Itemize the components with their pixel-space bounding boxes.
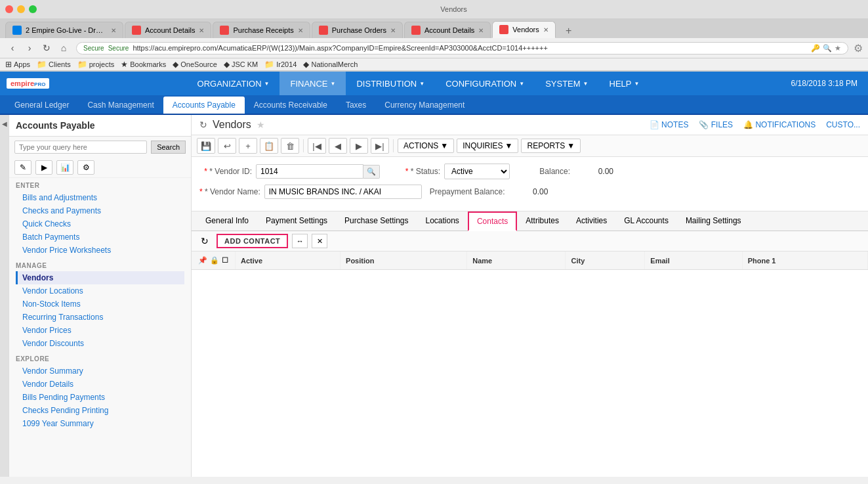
col-email-header[interactable]: Email xyxy=(645,252,742,270)
subnav-cash-management[interactable]: Cash Management xyxy=(78,97,163,114)
tab-attributes[interactable]: Attributes xyxy=(517,211,568,231)
nav-configuration[interactable]: CONFIGURATION ▼ xyxy=(435,72,535,95)
subnav-taxes[interactable]: Taxes xyxy=(337,97,375,114)
traffic-lights[interactable] xyxy=(5,5,37,13)
reports-dropdown[interactable]: REPORTS ▼ xyxy=(521,139,581,153)
tab-mailing-settings[interactable]: Mailing Settings xyxy=(677,211,750,231)
maximize-window-btn[interactable] xyxy=(29,5,37,13)
inquiries-dropdown[interactable]: INQUIRIES ▼ xyxy=(457,139,518,153)
url-bar[interactable]: Secure Secure https://acu.empirepro.com/… xyxy=(76,42,848,55)
sidebar-link-vendor-discounts[interactable]: Vendor Discounts xyxy=(16,337,184,350)
nav-system[interactable]: SYSTEM ▼ xyxy=(535,72,598,95)
sidebar-link-checks[interactable]: Checks and Payments xyxy=(16,204,184,217)
sidebar-gear-btn[interactable]: ⚙ xyxy=(77,160,94,175)
customize-btn[interactable]: CUSTO... xyxy=(826,120,860,129)
tab-payment-settings[interactable]: Payment Settings xyxy=(257,211,336,231)
sidebar-link-non-stock[interactable]: Non-Stock Items xyxy=(16,297,184,311)
add-row-btn[interactable]: + xyxy=(239,138,257,154)
sidebar-play-btn[interactable]: ▶ xyxy=(35,160,52,175)
sidebar-link-bills-pending[interactable]: Bills Pending Payments xyxy=(16,391,184,404)
subnav-general-ledger[interactable]: General Ledger xyxy=(5,97,78,114)
tab-dropbox-close[interactable]: ✕ xyxy=(111,27,116,34)
vendor-id-search-btn[interactable]: 🔍 xyxy=(363,165,380,179)
tab-purchase-settings[interactable]: Purchase Settings xyxy=(336,211,417,231)
nav-distribution[interactable]: DISTRIBUTION ▼ xyxy=(346,72,435,95)
tab-purchase-receipts-close[interactable]: ✕ xyxy=(298,27,303,34)
sidebar-link-vendor-worksheets[interactable]: Vendor Price Worksheets xyxy=(16,244,184,257)
sidebar-link-vendor-locations[interactable]: Vendor Locations xyxy=(16,284,184,297)
sidebar-collapse-btn[interactable]: ◀ xyxy=(0,115,9,477)
tab-locations[interactable]: Locations xyxy=(417,211,468,231)
grid-ctrl-checkbox[interactable]: ☐ xyxy=(222,256,228,265)
minimize-window-btn[interactable] xyxy=(17,5,25,13)
tab-purchase-receipts[interactable]: Purchase Receipts ✕ xyxy=(213,22,310,38)
nav-help[interactable]: HELP ▼ xyxy=(599,72,650,95)
tab-purchase-orders-close[interactable]: ✕ xyxy=(390,27,396,34)
tab-activities[interactable]: Activities xyxy=(568,211,615,231)
favorite-star-btn[interactable]: ★ xyxy=(257,120,265,130)
tab-gl-accounts[interactable]: GL Accounts xyxy=(615,211,677,231)
bookmark-clients[interactable]: 📁 Clients xyxy=(37,60,71,69)
vendor-name-input[interactable] xyxy=(264,185,422,199)
add-contact-btn[interactable]: ADD CONTACT xyxy=(217,234,288,248)
tab-contacts[interactable]: Contacts xyxy=(468,211,517,231)
reload-btn[interactable]: ↻ xyxy=(39,41,54,55)
col-position-header[interactable]: Position xyxy=(341,252,467,270)
prev-btn[interactable]: ◀ xyxy=(329,138,347,154)
sidebar-link-batch[interactable]: Batch Payments xyxy=(16,231,184,244)
tab-account-details-1[interactable]: Account Details ✕ xyxy=(125,22,211,38)
delete-btn[interactable]: 🗑 xyxy=(281,138,299,154)
subnav-currency-management[interactable]: Currency Management xyxy=(375,97,474,114)
sidebar-link-vendor-details[interactable]: Vendor Details xyxy=(16,378,184,391)
sidebar-search-btn[interactable]: Search xyxy=(151,141,186,154)
sidebar-link-1099[interactable]: 1099 Year Summary xyxy=(16,417,184,430)
next-btn[interactable]: ▶ xyxy=(350,138,368,154)
tab-vendors[interactable]: Vendors ✕ xyxy=(492,21,555,38)
status-select[interactable]: Active Inactive Hold xyxy=(444,164,510,179)
first-btn[interactable]: |◀ xyxy=(308,138,326,154)
col-city-header[interactable]: City xyxy=(566,252,645,270)
tab-account-2-close[interactable]: ✕ xyxy=(478,27,484,34)
notifications-btn[interactable]: 🔔 NOTIFICATIONS xyxy=(743,120,816,129)
actions-dropdown[interactable]: ACTIONS ▼ xyxy=(398,139,454,153)
files-btn[interactable]: 📎 FILES xyxy=(699,120,733,129)
col-phone1-header[interactable]: Phone 1 xyxy=(742,252,867,270)
bookmark-nationalmerch[interactable]: ◆ NationalMerch xyxy=(303,60,358,69)
sidebar-link-vendor-summary[interactable]: Vendor Summary xyxy=(16,364,184,378)
tab-account-details-2[interactable]: Account Details ✕ xyxy=(404,22,491,38)
sidebar-link-bills[interactable]: Bills and Adjustments xyxy=(16,191,184,204)
notes-btn[interactable]: 📄 NOTES xyxy=(650,120,689,129)
sidebar-link-checks-pending[interactable]: Checks Pending Printing xyxy=(16,404,184,417)
extensions-btn[interactable]: ⚙ xyxy=(854,42,863,55)
page-refresh-icon[interactable]: ↻ xyxy=(199,120,207,130)
last-btn[interactable]: ▶| xyxy=(371,138,389,154)
sidebar-link-vendors[interactable]: Vendors xyxy=(16,271,184,284)
contacts-refresh-btn[interactable]: ↻ xyxy=(197,234,213,248)
tab-account-1-close[interactable]: ✕ xyxy=(199,27,204,34)
sidebar-link-recurring[interactable]: Recurring Transactions xyxy=(16,311,184,324)
nav-finance[interactable]: FINANCE ▼ xyxy=(279,72,346,95)
subnav-accounts-receivable[interactable]: Accounts Receivable xyxy=(245,97,337,114)
delete-rows-btn[interactable]: ✕ xyxy=(312,234,327,248)
sidebar-search-input[interactable] xyxy=(14,141,147,154)
sidebar-edit-btn[interactable]: ✎ xyxy=(14,160,31,175)
subnav-accounts-payable[interactable]: Accounts Payable xyxy=(163,97,245,114)
sidebar-link-quick-checks[interactable]: Quick Checks xyxy=(16,217,184,231)
vendor-id-input[interactable] xyxy=(256,164,363,179)
bookmark-jsckm[interactable]: ◆ JSC KM xyxy=(224,60,258,69)
back-btn[interactable]: ‹ xyxy=(5,41,20,55)
bookmark-onesource[interactable]: ◆ OneSource xyxy=(173,60,217,69)
close-window-btn[interactable] xyxy=(5,5,13,13)
tab-purchase-orders[interactable]: Purchase Orders ✕ xyxy=(312,22,403,38)
copy-paste-btn[interactable]: 📋 xyxy=(260,138,278,154)
home-btn[interactable]: ⌂ xyxy=(56,41,71,55)
tab-vendors-close[interactable]: ✕ xyxy=(543,26,548,33)
sidebar-chart-btn[interactable]: 📊 xyxy=(56,160,73,175)
tab-general-info[interactable]: General Info xyxy=(197,211,257,231)
col-name-header[interactable]: Name xyxy=(467,252,566,270)
bookmark-apps[interactable]: ⊞ Apps xyxy=(5,60,30,69)
bookmark-bookmarks[interactable]: ★ Bookmarks xyxy=(121,60,166,69)
tab-dropbox[interactable]: 2 Empire Go-Live - Dropbox ✕ xyxy=(5,22,123,38)
undo-btn[interactable]: ↩ xyxy=(218,138,236,154)
nav-organization[interactable]: ORGANIZATION ▼ xyxy=(187,72,280,95)
